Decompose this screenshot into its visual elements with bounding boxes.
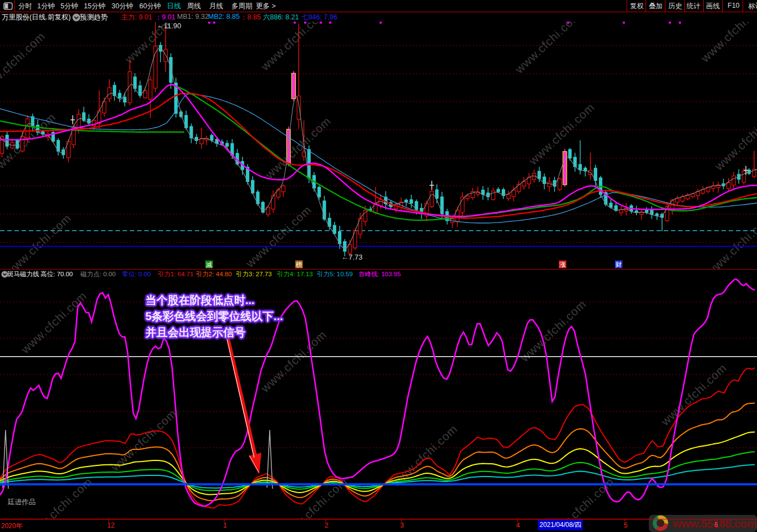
svg-text:涨: 涨 — [559, 261, 566, 268]
svg-text:←7.73: ←7.73 — [341, 253, 362, 261]
svg-text:财: 财 — [615, 261, 622, 268]
svg-text:榜: 榜 — [296, 261, 302, 268]
svg-text:←11.90: ←11.90 — [157, 22, 181, 30]
svg-text:减: 减 — [206, 261, 213, 268]
svg-text:6: 6 — [714, 521, 718, 529]
